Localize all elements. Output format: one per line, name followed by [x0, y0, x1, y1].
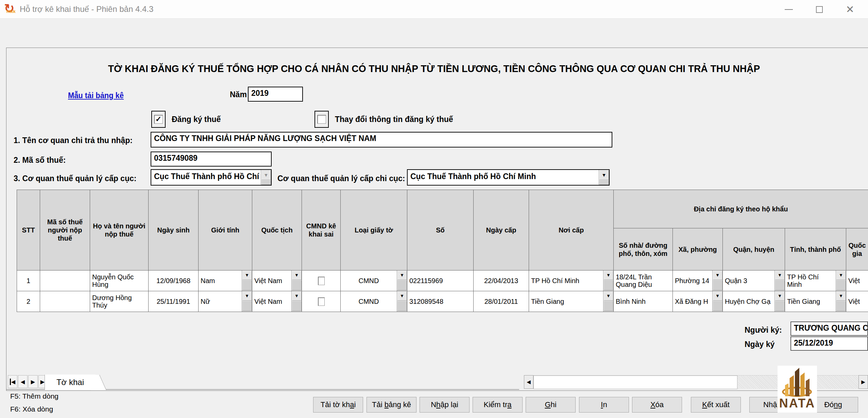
- table-cell[interactable]: [40, 271, 90, 291]
- dropdown-arrow-icon[interactable]: ▼: [261, 170, 271, 180]
- table-cell[interactable]: 022115969: [407, 271, 474, 291]
- table-cell[interactable]: CMND▼: [341, 271, 407, 291]
- dropdown-arrow-icon[interactable]: ▼: [713, 291, 722, 301]
- tax-dept-city-select[interactable]: Cục Thuế Thành phố Hồ Chí M ▼: [151, 169, 272, 186]
- table-cell[interactable]: 2: [17, 291, 40, 312]
- ket-xuat-button[interactable]: Kết xuất: [691, 397, 741, 413]
- cell-dropdown[interactable]: ▼: [775, 271, 785, 291]
- dropdown-arrow-icon[interactable]: ▼: [775, 271, 785, 280]
- cell-dropdown[interactable]: ▼: [712, 271, 722, 291]
- tab-first-button[interactable]: ◀: [8, 375, 17, 388]
- table-cell[interactable]: [302, 271, 341, 291]
- table-cell[interactable]: Việt Nam▼: [252, 271, 302, 291]
- close-button[interactable]: ✕: [838, 0, 862, 19]
- in-button[interactable]: In: [579, 397, 629, 413]
- scroll-left-button[interactable]: ◀: [524, 375, 533, 389]
- cell-value: 18/24L Trần Quang Diệu: [614, 273, 673, 288]
- table-cell[interactable]: 18/24L Trần Quang Diệu: [614, 271, 673, 291]
- tab-next-button[interactable]: ▶: [28, 375, 38, 388]
- tai-bang-ke-button[interactable]: Tải bảng kê: [367, 397, 416, 413]
- cell-dropdown[interactable]: ▼: [291, 291, 302, 312]
- sign-date-input[interactable]: 25/12/2019: [790, 336, 868, 351]
- table-cell[interactable]: 25/11/1991: [149, 291, 199, 312]
- dropdown-arrow-icon[interactable]: ▼: [775, 291, 785, 301]
- ghi-button[interactable]: Ghi: [526, 397, 576, 413]
- table-cell[interactable]: Tiền Giang▼: [529, 291, 614, 312]
- xoa-button[interactable]: Xóa: [632, 397, 682, 413]
- table-cell[interactable]: 312089548: [407, 291, 474, 312]
- nhap-lai-button[interactable]: Nhập lại: [420, 397, 470, 413]
- table-cell[interactable]: [302, 291, 341, 312]
- cell-dropdown[interactable]: ▼: [712, 291, 722, 312]
- cell-dropdown[interactable]: ▼: [291, 271, 302, 291]
- dropdown-arrow-icon[interactable]: ▼: [397, 271, 407, 280]
- cell-value: CMND: [357, 298, 381, 305]
- cell-dropdown[interactable]: ▼: [775, 291, 785, 312]
- table-cell[interactable]: Nữ▼: [199, 291, 252, 312]
- table-cell[interactable]: Phường 14▼: [673, 271, 723, 291]
- cell-dropdown[interactable]: ▼: [242, 271, 252, 291]
- dropdown-arrow-icon[interactable]: ▼: [713, 271, 722, 280]
- dropdown-arrow-icon[interactable]: ▼: [836, 291, 846, 301]
- company-name-input[interactable]: CÔNG TY TNHH GIẢI PHÁP NĂNG LƯỢNG SẠCH V…: [151, 132, 612, 147]
- dropdown-arrow-icon[interactable]: ▼: [242, 271, 252, 280]
- dropdown-arrow-icon[interactable]: ▼: [603, 271, 613, 280]
- check-icon: ✓: [154, 115, 163, 124]
- table-cell[interactable]: 12/09/1968: [149, 271, 199, 291]
- table-cell[interactable]: Bình Ninh: [614, 291, 673, 312]
- cell-dropdown[interactable]: ▼: [397, 271, 407, 291]
- table-cell[interactable]: Quận 3▼: [723, 271, 785, 291]
- row-checkbox[interactable]: [318, 277, 325, 285]
- table-cell[interactable]: Nguyễn Quốc Hùng: [90, 271, 149, 291]
- table-cell[interactable]: Tiền Giang▼: [785, 291, 846, 312]
- tax-dept-district-select[interactable]: Cục Thuế Thành phố Hồ Chí Minh ▼: [407, 169, 610, 186]
- scroll-right-button[interactable]: ▶: [858, 375, 868, 389]
- register-tax-checkbox[interactable]: ✓: [151, 111, 166, 128]
- cell-dropdown[interactable]: ▼: [603, 291, 613, 312]
- table-cell[interactable]: Việt Nam▼: [252, 291, 302, 312]
- tai-to-khai-button[interactable]: Tải tờ khai: [313, 397, 363, 413]
- check-icon-empty: [317, 115, 326, 124]
- table-cell[interactable]: 28/01/2011: [474, 291, 529, 312]
- dropdown-arrow-icon[interactable]: ▼: [599, 170, 609, 180]
- cell-dropdown[interactable]: ▼: [242, 291, 252, 312]
- cell-value: 28/01/2011: [482, 298, 520, 305]
- dropdown-arrow-icon[interactable]: ▼: [242, 291, 252, 301]
- table-cell[interactable]: Việt: [846, 291, 868, 312]
- table-cell[interactable]: Việt: [846, 271, 868, 291]
- nata-logo: NATA: [778, 366, 817, 413]
- tab-prev-button[interactable]: ◀: [18, 375, 28, 388]
- table-cell[interactable]: Nam▼: [199, 271, 252, 291]
- tab-to-khai[interactable]: Tờ khai: [45, 375, 96, 390]
- cell-dropdown[interactable]: ▼: [836, 291, 846, 312]
- dropdown-arrow-icon[interactable]: ▼: [603, 291, 613, 301]
- scrollbar-thumb[interactable]: [533, 376, 737, 389]
- kiem-tra-button[interactable]: Kiểm tra: [473, 397, 523, 413]
- table-cell[interactable]: [40, 291, 90, 312]
- dropdown-arrow-icon[interactable]: ▼: [292, 271, 302, 280]
- template-download-link[interactable]: Mẫu tải bảng kê: [68, 91, 124, 100]
- maximize-button[interactable]: [807, 0, 831, 19]
- tax-code-input[interactable]: 0315749089: [151, 152, 272, 167]
- dropdown-arrow-icon[interactable]: ▼: [836, 271, 846, 280]
- dropdown-arrow-icon[interactable]: ▼: [397, 291, 407, 301]
- signer-input[interactable]: TRƯƠNG QUANG CHU: [790, 321, 868, 336]
- table-cell[interactable]: 22/04/2013: [474, 271, 529, 291]
- next-icon: ▶: [31, 379, 35, 385]
- cell-dropdown[interactable]: ▼: [836, 271, 846, 291]
- cell-dropdown[interactable]: ▼: [603, 271, 613, 291]
- dropdown-arrow-icon[interactable]: ▼: [292, 291, 302, 301]
- cell-dropdown[interactable]: ▼: [397, 291, 407, 312]
- table-cell[interactable]: TP Hồ Chí Minh▼: [529, 271, 614, 291]
- table-cell[interactable]: CMND▼: [341, 291, 407, 312]
- col-header-doc-type: Loại giấy tờ: [341, 190, 407, 271]
- table-cell[interactable]: Xã Đăng H▼: [673, 291, 723, 312]
- row-checkbox[interactable]: [318, 297, 325, 306]
- change-info-checkbox[interactable]: [314, 111, 329, 128]
- table-cell[interactable]: 1: [17, 271, 40, 291]
- minimize-button[interactable]: [777, 0, 801, 19]
- table-cell[interactable]: Huyện Chợ Gạ▼: [723, 291, 785, 312]
- table-cell[interactable]: Dương Hồng Thúy: [90, 291, 149, 312]
- table-cell[interactable]: TP Hồ Chí Minh▼: [785, 271, 846, 291]
- year-input[interactable]: 2019: [248, 87, 303, 102]
